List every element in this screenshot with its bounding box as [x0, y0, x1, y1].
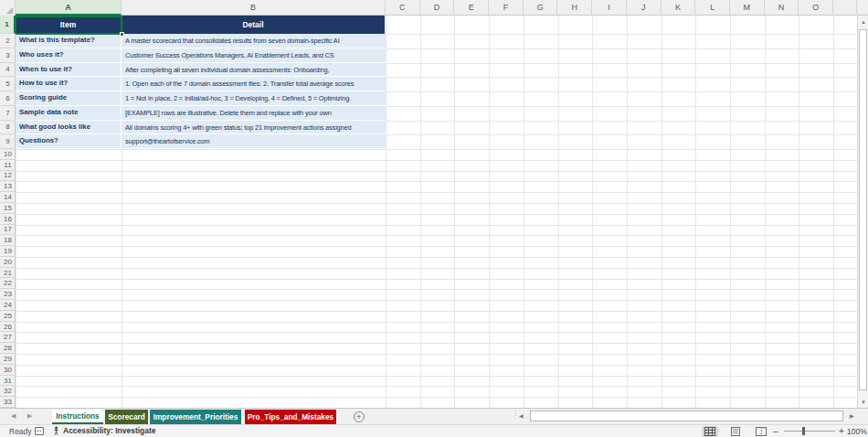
row-header-12[interactable]: 12	[0, 171, 16, 182]
row-header-30[interactable]: 30	[0, 365, 16, 376]
row-header-1[interactable]: 1	[0, 16, 16, 34]
row-header-32[interactable]: 32	[0, 386, 16, 397]
row-header-8[interactable]: 8	[0, 121, 16, 135]
row-header-26[interactable]: 26	[0, 322, 16, 333]
sheet-tab-improvement_priorities[interactable]: Improvement_Priorities	[150, 410, 241, 424]
page-break-view-button[interactable]	[753, 426, 769, 437]
zoom-slider-thumb[interactable]	[802, 427, 805, 435]
column-header-O[interactable]: O	[799, 0, 833, 16]
row-header-27[interactable]: 27	[0, 332, 16, 343]
cell-B3[interactable]: Customer Success Operations Managers, AI…	[122, 48, 386, 63]
row-header-19[interactable]: 19	[0, 246, 16, 257]
cell-B7[interactable]: [EXAMPLE] rows are illustrative. Delete …	[122, 106, 386, 121]
normal-view-button[interactable]	[702, 426, 718, 437]
zoom-in-button[interactable]: +	[839, 426, 844, 436]
horizontal-scrollbar[interactable]: ◀ ▶	[519, 410, 866, 423]
row-header-28[interactable]: 28	[0, 343, 16, 354]
scroll-up-icon[interactable]: ▲	[858, 16, 868, 27]
column-header-N[interactable]: N	[765, 0, 799, 16]
zoom-out-button[interactable]: –	[773, 426, 778, 436]
column-header-E[interactable]: E	[454, 0, 489, 16]
gridline-vertical	[730, 16, 731, 408]
cell-A7[interactable]: Sample data note	[16, 106, 122, 121]
tabbar-resize-grip[interactable]: ⋮	[512, 411, 515, 422]
column-header-H[interactable]: H	[558, 0, 593, 16]
column-header-J[interactable]: J	[627, 0, 662, 16]
row-header-29[interactable]: 29	[0, 354, 16, 365]
row-header-31[interactable]: 31	[0, 376, 16, 387]
fill-handle[interactable]	[120, 32, 124, 37]
row-header-22[interactable]: 22	[0, 279, 16, 290]
cell-A2[interactable]: What is this template?	[16, 34, 122, 48]
macro-record-icon[interactable]	[35, 427, 44, 435]
row-header-7[interactable]: 7	[0, 106, 16, 121]
add-sheet-button[interactable]: +	[354, 411, 365, 422]
row-header-25[interactable]: 25	[0, 311, 16, 322]
column-header-B[interactable]: B	[122, 0, 386, 16]
row-header-11[interactable]: 11	[0, 160, 16, 171]
sheet-nav-left-icon[interactable]: ◀	[11, 412, 16, 420]
column-header-I[interactable]: I	[592, 0, 627, 16]
gridline-horizontal	[16, 268, 857, 269]
row-header-16[interactable]: 16	[0, 214, 16, 225]
cell-A9[interactable]: Questions?	[16, 134, 122, 149]
row-header-24[interactable]: 24	[0, 300, 16, 311]
cell-B9[interactable]: support@theartofservice.com	[122, 134, 386, 149]
cell-B2[interactable]: A master scorecard that consolidates res…	[122, 34, 386, 48]
sheet-nav-right-icon[interactable]: ▶	[27, 412, 32, 420]
column-header-A[interactable]: A	[16, 0, 122, 16]
row-header-3[interactable]: 3	[0, 48, 16, 63]
column-header-G[interactable]: G	[524, 0, 558, 16]
row-header-14[interactable]: 14	[0, 192, 16, 203]
sheet-tab-pro_tips_and_mistakes[interactable]: Pro_Tips_and_Mistakes	[245, 410, 336, 424]
select-all-corner[interactable]	[0, 0, 16, 16]
cell-A5[interactable]: How to use it?	[16, 77, 122, 91]
cell-A8[interactable]: What good looks like	[16, 121, 122, 135]
vertical-scrollbar[interactable]: ▲ ▼	[857, 16, 868, 408]
accessibility-status[interactable]: Accessibility: Investigate	[52, 426, 156, 435]
worksheet-grid[interactable]: Item Detail What is this template?A mast…	[0, 0, 857, 408]
row-header-2[interactable]: 2	[0, 34, 16, 48]
column-header-F[interactable]: F	[489, 0, 524, 16]
gridline-horizontal	[16, 214, 857, 215]
zoom-slider-track[interactable]	[784, 431, 835, 432]
row-header-33[interactable]: 33	[0, 397, 16, 408]
gridline-horizontal	[16, 279, 857, 280]
horizontal-scrollbar-thumb[interactable]	[530, 410, 843, 421]
row-header-17[interactable]: 17	[0, 225, 16, 236]
cell-A6[interactable]: Scoring guide	[16, 91, 122, 106]
cell-B6[interactable]: 1 = Not in place, 2 = Initial/ad-hoc, 3 …	[122, 91, 386, 106]
row-header-4[interactable]: 4	[0, 63, 16, 78]
cell-A3[interactable]: Who uses it?	[16, 48, 122, 63]
page-layout-view-icon	[730, 427, 741, 436]
cell-B8[interactable]: All domains scoring 4+ with green status…	[122, 121, 386, 135]
row-header-20[interactable]: 20	[0, 257, 16, 268]
row-header-15[interactable]: 15	[0, 203, 16, 214]
column-header-C[interactable]: C	[386, 0, 420, 16]
cell-B1-detail-header[interactable]: Detail	[122, 16, 386, 34]
cell-A1-item-header[interactable]: Item	[16, 16, 122, 34]
cell-A4[interactable]: When to use it?	[16, 63, 122, 78]
scroll-down-icon[interactable]: ▼	[858, 396, 868, 408]
scroll-right-icon[interactable]: ▶	[850, 412, 854, 419]
row-header-9[interactable]: 9	[0, 134, 16, 149]
row-header-6[interactable]: 6	[0, 91, 16, 106]
row-header-13[interactable]: 13	[0, 181, 16, 192]
cell-B4[interactable]: After completing all seven individual do…	[122, 63, 386, 78]
column-header-D[interactable]: D	[420, 0, 455, 16]
row-header-10[interactable]: 10	[0, 149, 16, 160]
column-header-K[interactable]: K	[662, 0, 696, 16]
sheet-tab-instructions[interactable]: Instructions	[52, 410, 103, 424]
vertical-scrollbar-thumb[interactable]	[859, 29, 867, 390]
scroll-left-icon[interactable]: ◀	[519, 412, 524, 419]
row-header-18[interactable]: 18	[0, 235, 16, 246]
sheet-tab-scorecard[interactable]: Scorecard	[105, 410, 148, 424]
row-header-21[interactable]: 21	[0, 268, 16, 279]
cell-B5[interactable]: 1. Open each of the 7 domain assessment …	[122, 77, 386, 91]
row-header-23[interactable]: 23	[0, 289, 16, 300]
row-header-5[interactable]: 5	[0, 77, 16, 91]
page-layout-view-button[interactable]	[727, 426, 744, 437]
zoom-level-label[interactable]: 100%	[847, 427, 867, 436]
column-header-M[interactable]: M	[730, 0, 765, 16]
column-header-L[interactable]: L	[695, 0, 730, 16]
